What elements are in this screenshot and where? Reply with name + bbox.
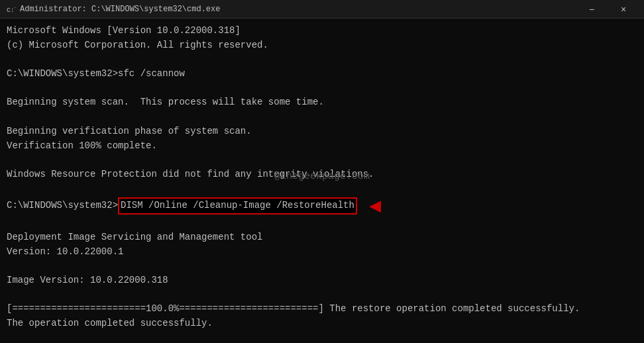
line-9: Verification 100% complete. xyxy=(7,139,637,154)
cmd-icon: C:\ xyxy=(5,4,16,15)
image-version-line: Image Version: 10.0.22000.318 @thegeekpa… xyxy=(7,273,637,288)
dism-command-line: C:\WINDOWS\system32>DISM /Online /Cleanu… xyxy=(7,196,637,216)
line-1: Microsoft Windows [Version 10.0.22000.31… xyxy=(7,24,637,38)
line-17 xyxy=(7,259,637,273)
terminal-body: Microsoft Windows [Version 10.0.22000.31… xyxy=(0,19,644,343)
line-8: Beginning verification phase of system s… xyxy=(7,124,637,139)
line-18: Image Version: 10.0.22000.318 xyxy=(7,275,168,285)
window-controls: − × xyxy=(576,0,639,19)
svg-text:C:\: C:\ xyxy=(7,7,15,14)
red-arrow-icon: ◀ xyxy=(369,197,381,217)
line-15: Deployment Image Servicing and Managemen… xyxy=(7,230,637,245)
line-19 xyxy=(7,288,637,303)
line-10 xyxy=(7,153,637,168)
window-title: Administrator: C:\WINDOWS\system32\cmd.e… xyxy=(20,5,576,14)
minimize-button[interactable]: − xyxy=(576,0,607,19)
line-12 xyxy=(7,182,637,197)
line-7 xyxy=(7,110,637,124)
line-4: C:\WINDOWS\system32>sfc /scannow xyxy=(7,67,637,81)
line-14 xyxy=(7,216,637,230)
line-5 xyxy=(7,81,637,96)
highlighted-command: DISM /Online /Cleanup-Image /RestoreHeal… xyxy=(118,197,357,215)
line-2: (c) Microsoft Corporation. All rights re… xyxy=(7,38,637,53)
watermark: @thegeekpage.com xyxy=(274,171,370,182)
title-bar: C:\ Administrator: C:\WINDOWS\system32\c… xyxy=(0,0,644,19)
close-button[interactable]: × xyxy=(608,0,639,19)
prompt-prefix: C:\WINDOWS\system32> xyxy=(7,199,118,213)
line-22 xyxy=(7,331,637,343)
cmd-window: C:\ Administrator: C:\WINDOWS\system32\c… xyxy=(0,0,644,343)
line-16: Version: 10.0.22000.1 xyxy=(7,245,637,260)
line-20: [========================100.0%=========… xyxy=(7,302,637,317)
line-21: The operation completed successfully. xyxy=(7,317,637,331)
line-3 xyxy=(7,52,637,67)
line-6: Beginning system scan. This process will… xyxy=(7,95,637,110)
